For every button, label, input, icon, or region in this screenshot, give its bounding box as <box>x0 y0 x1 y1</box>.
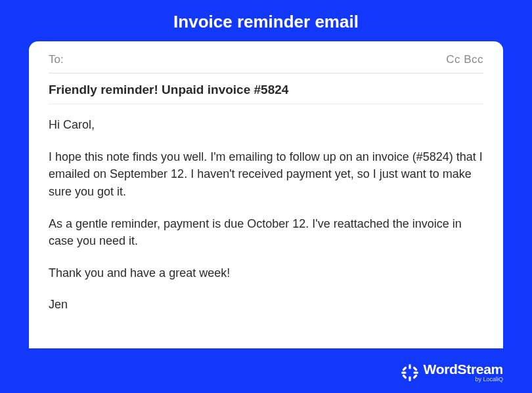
svg-rect-1 <box>409 376 410 381</box>
email-subject: Friendly reminder! Unpaid invoice #5824 <box>49 73 483 104</box>
svg-rect-2 <box>401 371 407 373</box>
email-body: Hi Carol, I hope this note finds you wel… <box>49 116 483 314</box>
footer-logo-text: WordStream by LocaliQ <box>424 362 503 383</box>
wordstream-logo-icon <box>401 364 418 381</box>
svg-rect-3 <box>413 371 418 373</box>
email-paragraph-3: Thank you and have a great week! <box>49 264 483 282</box>
footer-byline: by LocaliQ <box>424 377 503 383</box>
footer-brand-name: WordStream <box>424 362 503 376</box>
page-title: Invoice reminder email <box>0 0 532 41</box>
email-greeting: Hi Carol, <box>49 116 483 134</box>
svg-rect-4 <box>402 366 407 371</box>
footer-logo: WordStream by LocaliQ <box>401 362 503 383</box>
cc-bcc-label: Cc Bcc <box>446 53 483 66</box>
email-card: To: Cc Bcc Friendly reminder! Unpaid inv… <box>29 41 503 348</box>
email-header-row: To: Cc Bcc <box>49 53 483 73</box>
svg-rect-6 <box>402 374 407 379</box>
email-paragraph-1: I hope this note finds you well. I'm ema… <box>49 148 483 201</box>
email-paragraph-2: As a gentle reminder, payment is due Oct… <box>49 215 483 250</box>
svg-rect-5 <box>412 366 418 371</box>
to-label: To: <box>49 53 64 66</box>
svg-rect-7 <box>412 374 418 379</box>
svg-rect-0 <box>409 364 410 369</box>
email-signature: Jen <box>49 296 483 314</box>
